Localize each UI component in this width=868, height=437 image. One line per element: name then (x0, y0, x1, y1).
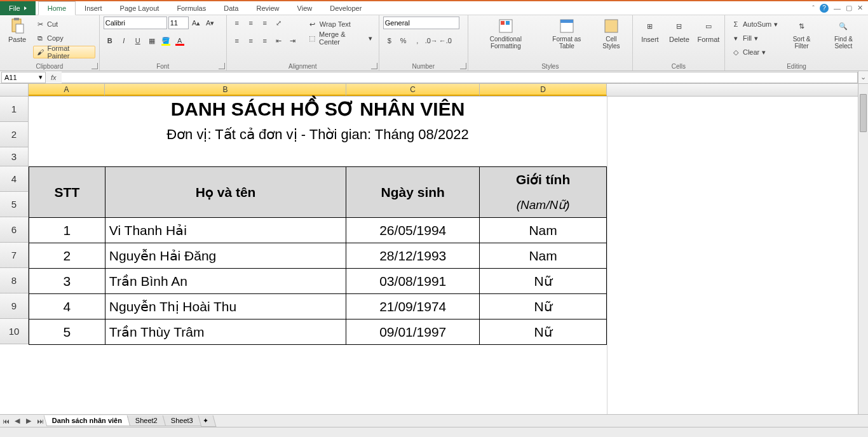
formula-bar-expand-icon[interactable]: ⌄ (858, 71, 868, 84)
format-cells-button[interactable]: ▭Format (695, 17, 722, 44)
row-header-7[interactable]: 7 (0, 243, 29, 268)
sheet-tab-2[interactable]: Sheet2 (127, 415, 166, 426)
clipboard-dialog-launcher[interactable] (92, 63, 98, 69)
table-row: 3Trần Bình An03/08/1991Nữ (29, 269, 607, 294)
fx-icon[interactable]: fx (51, 74, 57, 81)
row-header-1[interactable]: 1 (0, 97, 29, 122)
row-header-6[interactable]: 6 (0, 217, 29, 243)
new-sheet-button[interactable]: ✦ (198, 415, 216, 427)
name-box[interactable]: A11▾ (1, 72, 46, 83)
increase-decimal-button[interactable]: .0→ (425, 34, 438, 47)
clear-button[interactable]: ◇Clear ▾ (729, 46, 780, 58)
row-header-3[interactable]: 3 (0, 147, 29, 166)
window-close-icon[interactable]: ✕ (857, 4, 863, 12)
conditional-formatting-icon (498, 18, 514, 34)
orientation-button[interactable]: ⤢ (273, 17, 285, 29)
tab-home[interactable]: Home (38, 1, 76, 15)
table-header-row: STT Họ và tên Ngày sinh Giới tính (29, 167, 607, 192)
sort-filter-button[interactable]: ⇅Sort & Filter (783, 17, 820, 51)
table-row: 4Nguyễn Thị Hoài Thu21/09/1974Nữ (29, 294, 607, 319)
format-as-table-button[interactable]: Format as Table (542, 17, 592, 51)
tab-file[interactable]: File (0, 1, 36, 15)
ribbon-minimize-icon[interactable]: ˆ (812, 4, 815, 12)
autosum-icon: Σ (731, 20, 740, 29)
row-header-5[interactable]: 5 (0, 192, 29, 217)
increase-font-button[interactable]: A▴ (190, 17, 203, 29)
tab-developer[interactable]: Developer (321, 1, 370, 15)
autosum-button[interactable]: ΣAutoSum ▾ (729, 18, 780, 30)
col-header-b[interactable]: B (105, 84, 346, 96)
font-name-combo[interactable] (104, 17, 167, 29)
number-dialog-launcher[interactable] (460, 63, 466, 69)
row-header-2[interactable]: 2 (0, 122, 29, 147)
comma-button[interactable]: , (411, 34, 424, 47)
fill-color-button[interactable]: 🪣 (159, 34, 172, 47)
row-header-4[interactable]: 4 (0, 166, 29, 192)
tab-insert[interactable]: Insert (76, 1, 111, 15)
paste-button[interactable]: Paste (4, 17, 31, 44)
decrease-indent-button[interactable]: ⇤ (273, 34, 285, 47)
bold-button[interactable]: B (104, 34, 116, 47)
ribbon: Paste ✂Cut ⧉Copy 🖌Format Painter Clipboa… (0, 15, 868, 71)
col-header-a[interactable]: A (29, 84, 105, 96)
percent-button[interactable]: % (397, 34, 410, 47)
format-cells-icon: ▭ (700, 18, 717, 34)
align-bottom-button[interactable]: ≡ (259, 17, 271, 29)
formula-input[interactable] (62, 72, 858, 83)
cell-styles-button[interactable]: Cell Styles (594, 17, 628, 51)
number-format-combo[interactable] (383, 17, 459, 29)
align-left-button[interactable]: ≡ (231, 34, 243, 47)
increase-indent-button[interactable]: ⇥ (287, 34, 299, 47)
cut-button[interactable]: ✂Cut (33, 18, 95, 30)
vertical-scroll-thumb[interactable] (860, 94, 867, 132)
sheet-nav-prev[interactable]: ◀ (12, 416, 22, 426)
delete-cells-button[interactable]: ⊟Delete (666, 17, 693, 44)
border-button[interactable]: ▦ (146, 34, 158, 47)
vertical-scrollbar[interactable] (858, 84, 868, 429)
new-sheet-icon: ✦ (203, 417, 208, 425)
tab-data[interactable]: Data (215, 1, 247, 15)
align-center-button[interactable]: ≡ (245, 34, 257, 47)
conditional-formatting-button[interactable]: Conditional Formatting (472, 17, 539, 51)
tab-page-layout[interactable]: Page Layout (111, 1, 168, 15)
window-restore-icon[interactable]: ▢ (846, 4, 852, 12)
sheet-tab-active[interactable]: Danh sách nhân viên (44, 415, 131, 426)
find-select-button[interactable]: 🔍Find & Select (823, 17, 864, 51)
font-dialog-launcher[interactable] (219, 63, 225, 69)
col-header-c[interactable]: C (346, 84, 480, 96)
align-middle-button[interactable]: ≡ (245, 17, 257, 29)
svg-rect-1 (14, 18, 19, 20)
tab-review[interactable]: Review (247, 1, 288, 15)
col-header-d[interactable]: D (480, 84, 607, 96)
window-minimize-icon[interactable]: — (834, 4, 841, 12)
format-painter-button[interactable]: 🖌Format Painter (33, 46, 95, 58)
merge-center-button[interactable]: ⬚Merge & Center ▾ (306, 32, 375, 44)
row-header-10[interactable]: 10 (0, 319, 29, 344)
help-icon[interactable]: ? (820, 4, 829, 13)
decrease-font-button[interactable]: A▾ (204, 17, 217, 29)
sheet-tab-3[interactable]: Sheet3 (163, 415, 201, 426)
sheet-nav-first[interactable]: ⏮ (1, 416, 11, 426)
row-header-9[interactable]: 9 (0, 293, 29, 319)
fill-button[interactable]: ▾Fill ▾ (729, 32, 780, 44)
underline-button[interactable]: U (132, 34, 144, 47)
align-top-button[interactable]: ≡ (231, 17, 243, 29)
sheet-nav-next[interactable]: ▶ (24, 416, 34, 426)
tab-view[interactable]: View (288, 1, 322, 15)
wrap-text-button[interactable]: ↩Wrap Text (306, 18, 375, 30)
decrease-decimal-button[interactable]: ←.0 (439, 34, 452, 47)
name-box-dropdown-icon[interactable]: ▾ (39, 73, 43, 81)
font-size-combo[interactable] (168, 17, 189, 29)
copy-button[interactable]: ⧉Copy (33, 32, 95, 44)
align-right-button[interactable]: ≡ (259, 34, 271, 47)
row-header-8[interactable]: 8 (0, 268, 29, 293)
insert-cells-button[interactable]: ⊞Insert (637, 17, 663, 44)
accounting-button[interactable]: $ (383, 34, 396, 47)
select-all-corner[interactable] (0, 84, 29, 96)
tab-formulas[interactable]: Formulas (168, 1, 215, 15)
italic-button[interactable]: I (118, 34, 130, 47)
alignment-dialog-launcher[interactable] (371, 63, 377, 69)
cell-grid[interactable]: DANH SÁCH HỒ SƠ NHÂN VIÊN Đơn vị: Tất cả… (29, 97, 855, 427)
font-color-button[interactable]: A (173, 34, 186, 47)
col-header-rest[interactable] (607, 84, 868, 96)
